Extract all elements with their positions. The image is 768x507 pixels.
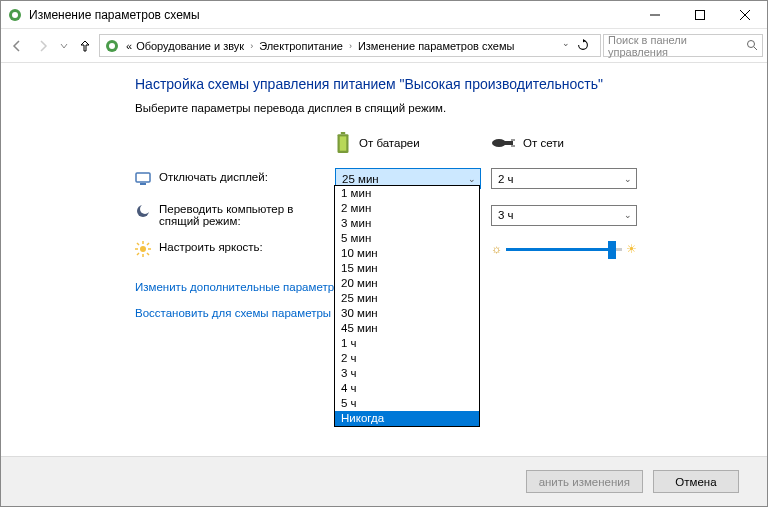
monitor-icon: [135, 171, 151, 187]
dropdown-option[interactable]: Никогда: [335, 411, 479, 426]
chevron-down-icon: ⌄: [468, 174, 476, 184]
sleep-plugged-dropdown[interactable]: 3 ч ⌄: [491, 205, 637, 226]
display-plugged-value: 2 ч: [498, 173, 514, 185]
svg-line-29: [147, 243, 149, 245]
svg-point-7: [109, 43, 115, 49]
window: Изменение параметров схемы « Оборудовани…: [0, 0, 768, 507]
app-icon: [7, 7, 23, 23]
refresh-icon[interactable]: [576, 38, 590, 54]
display-battery-value: 25 мин: [342, 173, 379, 185]
svg-point-13: [492, 139, 506, 147]
svg-line-9: [754, 47, 757, 50]
svg-point-1: [12, 12, 18, 18]
svg-point-20: [140, 204, 150, 214]
page-subtitle: Выберите параметры перевода дисплея в сп…: [135, 102, 767, 114]
dropdown-option[interactable]: 1 ч: [335, 336, 479, 351]
svg-point-21: [140, 246, 146, 252]
search-icon: [746, 39, 758, 53]
footer: анить изменения Отмена: [1, 456, 767, 506]
battery-icon: [335, 132, 351, 154]
col-plugged: От сети: [491, 132, 647, 154]
chevron-right-icon: ›: [246, 41, 257, 51]
row-display-label: Отключать дисплей:: [159, 171, 268, 183]
dropdown-option[interactable]: 3 мин: [335, 216, 479, 231]
navbar: « Оборудование и звук › Электропитание ›…: [1, 29, 767, 63]
maximize-button[interactable]: [677, 1, 722, 29]
svg-rect-12: [340, 136, 347, 150]
breadcrumb-icon: [104, 38, 120, 54]
save-button[interactable]: анить изменения: [526, 470, 643, 493]
dropdown-option[interactable]: 3 ч: [335, 366, 479, 381]
svg-rect-14: [505, 141, 513, 145]
breadcrumb-hardware[interactable]: Оборудование и звук: [134, 40, 246, 52]
breadcrumb-power[interactable]: Электропитание: [257, 40, 345, 52]
svg-line-26: [137, 243, 139, 245]
breadcrumb-dropdown-icon[interactable]: ⌄: [562, 38, 570, 54]
recent-dropdown[interactable]: [57, 34, 71, 58]
dropdown-option[interactable]: 2 ч: [335, 351, 479, 366]
display-plugged-dropdown[interactable]: 2 ч ⌄: [491, 168, 637, 189]
minimize-button[interactable]: [632, 1, 677, 29]
breadcrumb-prefix[interactable]: «: [124, 40, 134, 52]
svg-rect-18: [140, 183, 146, 185]
dropdown-option[interactable]: 25 мин: [335, 291, 479, 306]
svg-rect-17: [136, 173, 150, 182]
dropdown-option[interactable]: 10 мин: [335, 246, 479, 261]
dropdown-option[interactable]: 20 мин: [335, 276, 479, 291]
slider-track[interactable]: [506, 248, 622, 251]
dropdown-option[interactable]: 5 мин: [335, 231, 479, 246]
chevron-down-icon: ⌄: [624, 210, 632, 220]
cancel-button[interactable]: Отмена: [653, 470, 739, 493]
row-sleep-label: Переводить компьютер в спящий режим:: [159, 203, 329, 227]
back-button[interactable]: [5, 34, 29, 58]
dropdown-option[interactable]: 1 мин: [335, 186, 479, 201]
slider-thumb[interactable]: [608, 241, 616, 259]
plug-icon: [491, 135, 515, 151]
dropdown-option[interactable]: 45 мин: [335, 321, 479, 336]
col-battery: От батареи: [335, 132, 491, 154]
chevron-right-icon: ›: [345, 41, 356, 51]
brightness-low-icon: ☼: [491, 242, 502, 256]
breadcrumb[interactable]: « Оборудование и звук › Электропитание ›…: [99, 34, 601, 57]
col-plugged-label: От сети: [523, 137, 564, 149]
svg-rect-10: [341, 132, 345, 134]
svg-point-8: [748, 40, 755, 47]
dropdown-option[interactable]: 15 мин: [335, 261, 479, 276]
brightness-plugged-slider[interactable]: ☼ ☀: [491, 242, 637, 256]
window-title: Изменение параметров схемы: [29, 8, 632, 22]
sun-icon: [135, 241, 151, 257]
titlebar: Изменение параметров схемы: [1, 1, 767, 29]
brightness-high-icon: ☀: [626, 242, 637, 256]
moon-icon: [135, 203, 151, 219]
dropdown-option[interactable]: 5 ч: [335, 396, 479, 411]
svg-line-27: [147, 253, 149, 255]
breadcrumb-current[interactable]: Изменение параметров схемы: [356, 40, 516, 52]
dropdown-options-list[interactable]: 1 мин2 мин3 мин5 мин10 мин15 мин20 мин25…: [334, 185, 480, 427]
search-placeholder: Поиск в панели управления: [608, 34, 746, 58]
col-battery-label: От батареи: [359, 137, 420, 149]
dropdown-option[interactable]: 4 ч: [335, 381, 479, 396]
sleep-plugged-value: 3 ч: [498, 209, 514, 221]
search-input[interactable]: Поиск в панели управления: [603, 34, 763, 57]
up-button[interactable]: [73, 34, 97, 58]
column-headers: От батареи От сети: [135, 132, 767, 154]
row-brightness-label: Настроить яркость:: [159, 241, 263, 253]
dropdown-option[interactable]: 2 мин: [335, 201, 479, 216]
close-button[interactable]: [722, 1, 767, 29]
forward-button[interactable]: [31, 34, 55, 58]
page-title: Настройка схемы управления питанием "Выс…: [135, 76, 767, 92]
chevron-down-icon: ⌄: [624, 174, 632, 184]
svg-rect-3: [695, 11, 704, 20]
svg-line-28: [137, 253, 139, 255]
dropdown-option[interactable]: 30 мин: [335, 306, 479, 321]
